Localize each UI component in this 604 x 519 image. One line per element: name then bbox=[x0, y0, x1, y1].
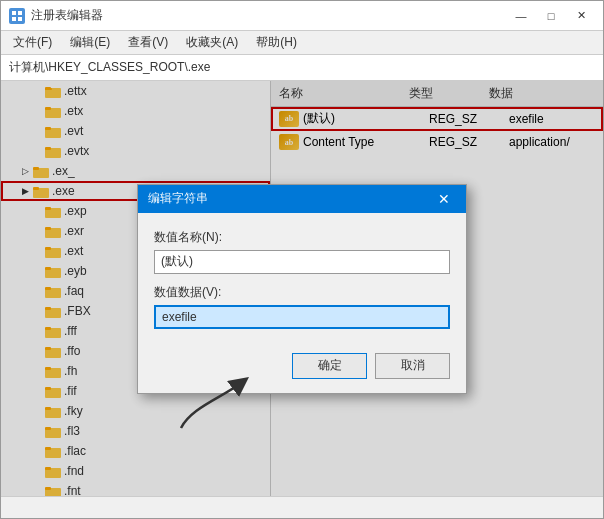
minimize-button[interactable]: — bbox=[507, 6, 535, 26]
title-controls: — □ ✕ bbox=[507, 6, 595, 26]
menu-favorites[interactable]: 收藏夹(A) bbox=[178, 32, 246, 53]
close-button[interactable]: ✕ bbox=[567, 6, 595, 26]
window-title: 注册表编辑器 bbox=[31, 7, 103, 24]
dialog-body: 数值名称(N): 数值数据(V): bbox=[138, 213, 466, 345]
dialog-data-input[interactable] bbox=[154, 305, 450, 329]
breadcrumb: 计算机\HKEY_CLASSES_ROOT\.exe bbox=[1, 55, 603, 81]
dialog-close-button[interactable]: ✕ bbox=[432, 189, 456, 209]
main-window: 注册表编辑器 — □ ✕ 文件(F) 编辑(E) 查看(V) 收藏夹(A) 帮助… bbox=[0, 0, 604, 519]
menu-file[interactable]: 文件(F) bbox=[5, 32, 60, 53]
menu-edit[interactable]: 编辑(E) bbox=[62, 32, 118, 53]
svg-rect-0 bbox=[12, 11, 16, 15]
dialog-title-bar: 编辑字符串 ✕ bbox=[138, 185, 466, 213]
edit-string-dialog: 编辑字符串 ✕ 数值名称(N): 数值数据(V): 确定 bbox=[137, 184, 467, 394]
dialog-name-input[interactable] bbox=[154, 250, 450, 274]
dialog-name-section: 数值名称(N): bbox=[154, 229, 450, 274]
dialog-confirm-button[interactable]: 确定 bbox=[292, 353, 367, 379]
breadcrumb-text: 计算机\HKEY_CLASSES_ROOT\.exe bbox=[9, 59, 210, 76]
svg-rect-3 bbox=[18, 17, 22, 21]
svg-rect-2 bbox=[12, 17, 16, 21]
maximize-button[interactable]: □ bbox=[537, 6, 565, 26]
dialog-data-label: 数值数据(V): bbox=[154, 284, 450, 301]
menu-bar: 文件(F) 编辑(E) 查看(V) 收藏夹(A) 帮助(H) bbox=[1, 31, 603, 55]
app-icon bbox=[9, 8, 25, 24]
title-bar: 注册表编辑器 — □ ✕ bbox=[1, 1, 603, 31]
menu-view[interactable]: 查看(V) bbox=[120, 32, 176, 53]
dialog-cancel-button[interactable]: 取消 bbox=[375, 353, 450, 379]
dialog-footer: 确定 取消 bbox=[138, 345, 466, 393]
dialog-name-label: 数值名称(N): bbox=[154, 229, 450, 246]
modal-overlay: 编辑字符串 ✕ 数值名称(N): 数值数据(V): 确定 bbox=[1, 81, 603, 496]
menu-help[interactable]: 帮助(H) bbox=[248, 32, 305, 53]
status-bar bbox=[1, 496, 603, 518]
title-bar-left: 注册表编辑器 bbox=[9, 7, 103, 24]
main-content: .ettx .etx .evt bbox=[1, 81, 603, 496]
dialog-data-section: 数值数据(V): bbox=[154, 284, 450, 329]
dialog-title-text: 编辑字符串 bbox=[148, 190, 208, 207]
svg-rect-1 bbox=[18, 11, 22, 15]
